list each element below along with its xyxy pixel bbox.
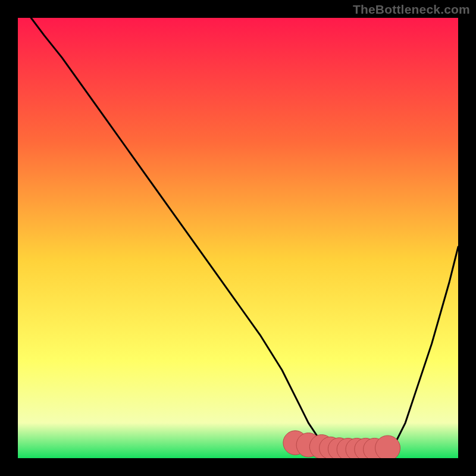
heat-background [18, 18, 458, 458]
bottleneck-chart [18, 18, 458, 458]
plot-area [18, 18, 458, 458]
range-marker [375, 436, 400, 458]
watermark-label: TheBottleneck.com [353, 2, 470, 17]
chart-frame: TheBottleneck.com [0, 0, 476, 476]
